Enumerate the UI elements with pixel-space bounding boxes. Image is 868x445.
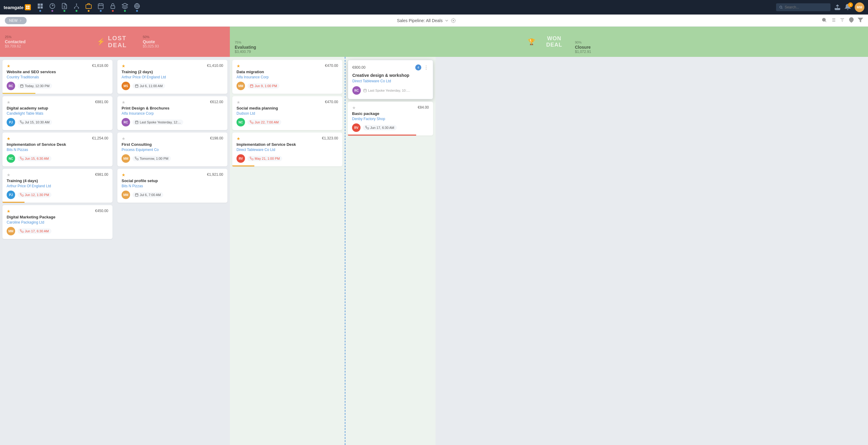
nav-calendar[interactable] (97, 3, 104, 12)
deal-card[interactable]: ★ €470.00 Social media planning Dudson L… (232, 96, 342, 130)
evaluating-pct: 75% (235, 40, 523, 44)
nav-globe[interactable] (134, 3, 140, 12)
deal-company[interactable]: Country Traditionals (7, 75, 108, 79)
deal-company[interactable]: Bits N Pizzas (7, 148, 108, 152)
deal-title: Digital Marketing Package (7, 215, 108, 219)
svg-point-14 (822, 18, 826, 22)
popup-card[interactable]: €800.00 4 ⋮ Creative design & workshop D… (348, 60, 433, 99)
deal-card[interactable]: ★ €981.00 Training (4 days) Arthur Price… (2, 169, 113, 203)
deal-card[interactable]: ★ €1,921.00 Social profile setup Bits N … (117, 169, 227, 203)
deal-company[interactable]: Dudson Ltd (237, 111, 338, 116)
deal-company[interactable]: Bits N Pizzas (122, 184, 223, 188)
quote-column: ★ €1,410.00 Training (2 days) Arthur Pri… (115, 57, 230, 445)
nav-chart[interactable] (49, 3, 56, 12)
deal-star[interactable]: ★ (237, 63, 241, 68)
svg-rect-42 (250, 85, 253, 87)
deal-company[interactable]: Arthur Price Of England Ltd (7, 184, 108, 188)
list-view-button[interactable] (831, 17, 836, 24)
deal-card[interactable]: ★ €612.00 Print Design & Brochures Alfa … (117, 96, 227, 130)
deal-star[interactable]: ★ (122, 136, 125, 141)
user-avatar-nav[interactable]: MM (855, 2, 864, 12)
deal-title: Data migration (237, 69, 338, 74)
popup-more-button[interactable]: ⋮ (424, 65, 429, 70)
search-deals-button[interactable] (822, 17, 827, 24)
search-input[interactable] (784, 5, 828, 9)
closure-amount: $1,072.91 (575, 50, 863, 54)
deal-amount: €470.00 (325, 63, 338, 68)
deal-company[interactable]: Caroline Packaging Ltd (7, 220, 108, 225)
nav-upload[interactable] (834, 4, 841, 10)
deal-star[interactable]: ★ (7, 63, 10, 68)
deal-card[interactable]: ★ €198.00 First Consulting Process Equip… (117, 132, 227, 167)
deal-amount: €881.00 (95, 100, 108, 104)
deal-card[interactable]: ★ €1,323.00 Implementation of Service De… (232, 132, 342, 167)
svg-point-12 (780, 6, 782, 8)
contacted-amount: $9,709.62 (5, 44, 87, 49)
filter-button[interactable] (840, 17, 845, 24)
deal-card[interactable]: ★ €470.00 Data migration Alfa Insurance … (232, 60, 342, 94)
deal-star[interactable]: ★ (122, 63, 125, 68)
deal-company[interactable]: Denby Factory Shop (352, 117, 429, 121)
advanced-filter-button[interactable] (858, 17, 863, 24)
deal-star[interactable]: ★ (7, 100, 10, 105)
closure-stage-header: 90% Closure $1,072.91 (570, 27, 868, 57)
pipeline-settings-icon[interactable] (451, 18, 456, 23)
deal-amount: €1,254.00 (92, 136, 108, 140)
avatar: MS (122, 82, 130, 90)
notification-badge: 3 (848, 2, 853, 7)
deal-star[interactable]: ★ (122, 100, 125, 105)
deal-card[interactable]: ★ €1,618.00 Website and SEO services Cou… (2, 60, 113, 94)
deal-star[interactable]: ★ (7, 172, 10, 177)
deal-company[interactable]: Candlelight Table Mats (7, 111, 108, 116)
deal-card[interactable]: ★ €1,254.00 Implementation of Service De… (2, 132, 113, 167)
deal-activity: Jun 17, 6:30 AM (18, 228, 52, 234)
deal-company[interactable]: Direct Tableware Co Ltd (237, 148, 338, 152)
avatar: RC (7, 82, 15, 90)
stages-header: 25% Contacted $9,709.62 ⚡ LOST DEAL 50% … (0, 27, 868, 57)
deal-activity: Last Spoke Yesterday, 12:... (132, 119, 183, 125)
deal-amount: €84.00 (418, 105, 429, 110)
deal-activity: May 21, 1:00 PM (247, 156, 282, 161)
nav-briefcase[interactable] (85, 3, 92, 12)
deal-title: Training (4 days) (7, 178, 108, 183)
deal-star[interactable]: ★ (122, 172, 125, 177)
deal-activity: Today, 12:30 PM (18, 83, 52, 89)
deal-activity: Jun 22, 7:00 AM (247, 119, 281, 125)
svg-marker-25 (858, 18, 863, 22)
nav-documents[interactable] (61, 3, 68, 12)
deal-card[interactable]: ★ €84.00 Basic package Denby Factory Sho… (348, 102, 433, 136)
deal-star[interactable]: ★ (237, 136, 241, 141)
location-button[interactable] (849, 17, 854, 24)
logo-text: teamgate (4, 5, 24, 10)
avatar: NC (237, 118, 245, 126)
deal-star[interactable]: ★ (7, 209, 10, 214)
pipeline-dropdown-icon[interactable] (444, 18, 449, 23)
nav-package[interactable] (122, 3, 128, 12)
deal-company[interactable]: Alfa Insurance Corp (237, 75, 338, 79)
deal-card[interactable]: ★ €450.00 Digital Marketing Package Caro… (2, 205, 113, 239)
nav-network[interactable] (73, 3, 80, 12)
svg-point-13 (453, 20, 454, 21)
svg-point-24 (851, 19, 852, 20)
won-deal-label: 🏆 WON DEAL (528, 27, 570, 57)
quote-name: Quote (143, 39, 225, 44)
notification-button[interactable]: 3 (844, 4, 851, 11)
deal-star[interactable]: ★ (352, 105, 356, 110)
deal-card[interactable]: ★ €1,410.00 Training (2 days) Arthur Pri… (117, 60, 227, 94)
svg-rect-1 (28, 5, 30, 7)
deal-company[interactable]: Arthur Price Of England Ltd (122, 75, 223, 79)
deal-company[interactable]: Process Equipment Co (122, 148, 223, 152)
avatar: RC (122, 118, 130, 126)
logo[interactable]: teamgate (4, 4, 31, 10)
deal-company[interactable]: Alfa Insurance Corp (122, 111, 223, 116)
svg-rect-38 (135, 194, 138, 196)
svg-rect-46 (364, 89, 367, 92)
deal-star[interactable]: ★ (7, 136, 10, 141)
popup-company[interactable]: Direct Tableware Co Ltd (352, 79, 429, 83)
nav-dashboard[interactable] (37, 3, 43, 12)
global-search[interactable] (776, 3, 831, 11)
new-deal-button[interactable]: NEW (5, 17, 27, 24)
nav-lock[interactable] (110, 3, 116, 12)
deal-star[interactable]: ★ (237, 100, 241, 105)
deal-card[interactable]: ★ €881.00 Digital academy setup Candleli… (2, 96, 113, 130)
